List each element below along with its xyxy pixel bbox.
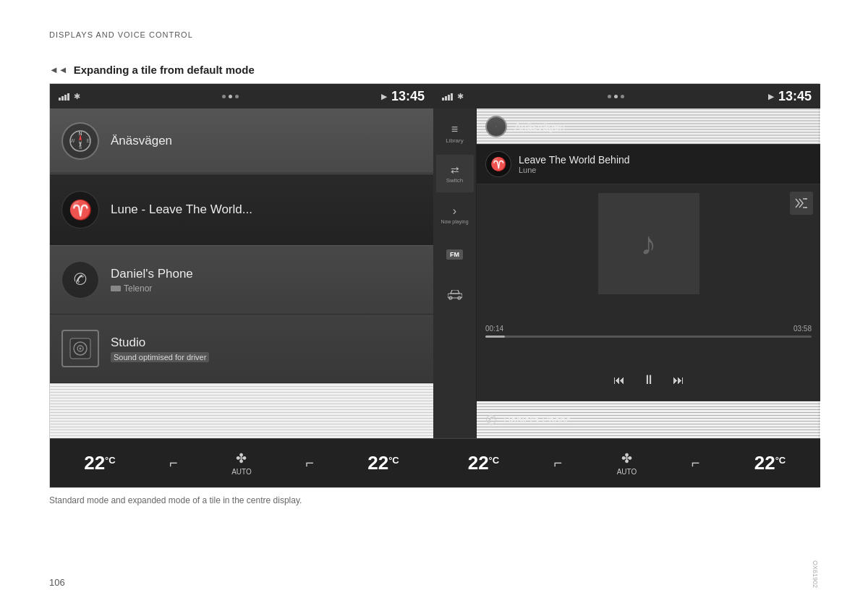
left-music-tile[interactable]: ♈ Lune - Leave The World... [50,174,433,246]
time-current: 00:14 [485,325,503,333]
left-studio-subtitle: Sound optimised for driver [111,352,422,362]
right-nav-text: Änäsvägen [514,121,565,132]
left-status-left: ✱ [59,92,80,101]
left-studio-title: Studio [111,336,422,350]
right-nav-tile[interactable]: N Änäsvägen [477,108,820,145]
shuffle-button[interactable] [790,192,813,215]
speaker-icon [61,330,99,367]
left-studio-tile[interactable]: Studio Sound optimised for driver [50,315,433,383]
next-button[interactable]: ⏭ [673,374,684,387]
svg-text:W: W [70,138,75,143]
right-temp-right: 22 °C [754,452,786,474]
left-auto-label: AUTO [231,468,252,476]
page-header: DISPLAYS AND VOICE CONTROL [49,30,193,39]
library-label: Library [446,137,463,144]
svg-marker-12 [451,290,459,294]
watermark: OX61902 [812,560,819,588]
right-phone-tile[interactable]: ✆ Daniel's Phone [477,401,820,438]
nowplaying-label: Now playing [441,219,468,224]
left-status-bar: ✱ ▶ 13:45 [50,84,433,108]
switch-icon: ⇄ [451,164,459,176]
play-icon: ▶ [381,93,387,101]
right-play-icon: ▶ [768,93,774,101]
left-seat-icon: ⌐ [169,455,178,471]
sidebar-item-fm[interactable]: FM [436,236,474,273]
controls-row: ⏮ ⏸ ⏭ [485,368,812,392]
right-seat-icon: ⌐ [554,455,563,471]
library-icon: ≡ [451,123,458,136]
left-screen: ✱ ▶ 13:45 N S W E [50,84,433,487]
right-panel-content: ≡ Library ⇄ Switch › Now playing FM [433,108,820,438]
right-status-time: ▶ 13:45 [768,89,812,104]
right-music-artist: Lune [519,166,812,174]
right-music-title: Leave The World Behind [519,154,812,166]
svg-point-15 [495,126,497,127]
right-bluetooth-icon: ✱ [457,92,464,101]
right-auto-label: AUTO [617,468,637,476]
left-phone-subtitle: Telenor [111,283,422,294]
left-temp-left: 22 °C [84,452,116,474]
signal-icon [111,286,121,291]
left-nav-tile-text: Änäsvägen [111,134,422,148]
pause-button[interactable]: ⏸ [642,372,655,388]
left-temp-right: 22 °C [367,452,399,474]
left-music-tile-text: Lune - Leave The World... [111,202,422,217]
music-note-icon: ♪ [641,226,657,262]
bluetooth-icon: ✱ [74,92,80,101]
dot1 [222,95,226,98]
signal-bars [59,92,69,101]
right-compass-icon: N [485,116,507,137]
sidebar-item-library[interactable]: ≡ Library [436,114,474,152]
right-screen: ✱ ▶ 13:45 ≡ Library ⇄ [433,84,820,487]
right-dot1 [608,95,611,98]
right-status-left: ✱ [442,92,464,101]
compass-icon: N S W E [61,122,99,160]
time-total: 03:58 [793,325,812,333]
right-album-area: ♪ [477,184,820,401]
right-music-header[interactable]: ♈ Leave The World Behind Lune [477,145,820,184]
left-seat-right-icon: ⌐ [305,455,314,471]
main-figure: ✱ ▶ 13:45 N S W E [49,83,820,488]
phone-icon: ✆ [61,261,99,299]
fm-icon: FM [446,249,463,260]
car-icon [448,290,462,300]
left-bottom-bar: 22 °C ⌐ ✤ AUTO ⌐ 22 °C [50,438,433,487]
sidebar-item-extra[interactable] [436,276,474,314]
sidebar-item-switch[interactable]: ⇄ Switch [436,155,474,192]
left-nav-tile[interactable]: N S W E Änäsvägen [50,108,433,174]
right-status-dots [608,95,624,98]
caption: Standard mode and expanded mode of a til… [49,495,302,505]
dot2 [229,95,232,98]
dot3 [235,95,239,98]
left-phone-title: Daniel's Phone [111,267,422,281]
left-phone-tile[interactable]: ✆ Daniel's Phone Telenor [50,246,433,315]
left-status-time: ▶ 13:45 [381,89,425,104]
right-sidebar: ≡ Library ⇄ Switch › Now playing FM [433,108,477,438]
right-phone-text: Daniel's Phone [503,414,571,426]
right-dot2 [614,95,618,98]
left-music-title: Lune - Leave The World... [111,202,422,217]
progress-area: 00:14 03:58 [485,325,812,338]
section-title: ◄◄ Expanding a tile from default mode [49,64,255,76]
right-main-content: N Änäsvägen ♈ Leave The World Behind Lu [477,108,820,438]
right-heated-seat-icon: ✤ [621,450,632,466]
left-auto-control: ✤ AUTO [231,450,252,476]
left-nav-title: Änäsvägen [111,134,422,148]
section-arrow-icon: ◄◄ [49,64,68,75]
progress-bar[interactable] [485,336,812,338]
status-dots [222,95,239,98]
prev-button[interactable]: ⏮ [613,374,625,387]
right-phone-icon: ✆ [483,411,498,429]
switch-label: Switch [446,177,464,184]
right-dot3 [621,95,624,98]
bluetooth-music-icon: ♈ [61,191,99,228]
right-signal-bars [442,92,453,101]
left-heated-seat-icon: ✤ [236,450,247,466]
right-seat-right-icon: ⌐ [692,455,700,471]
sidebar-item-nowplaying[interactable]: › Now playing [436,195,474,233]
right-temp-left: 22 °C [468,452,500,474]
section-title-text: Expanding a tile from default mode [74,64,255,76]
left-phone-tile-text: Daniel's Phone Telenor [111,267,422,294]
svg-point-10 [80,348,82,350]
svg-rect-11 [448,294,462,298]
